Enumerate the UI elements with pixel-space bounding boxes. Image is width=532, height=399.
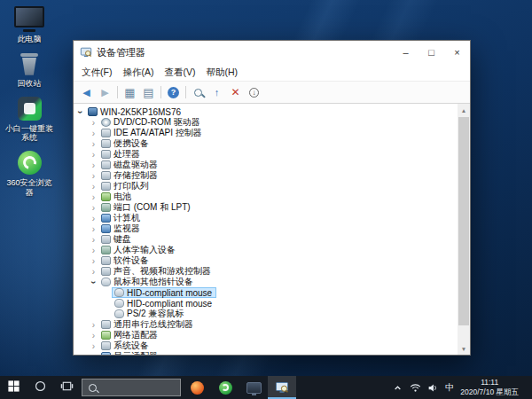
maximize-button[interactable]: □ xyxy=(419,41,444,64)
properties-icon[interactable]: ▤ xyxy=(139,84,158,101)
taskbar: 中 11:11 2020/7/10 星期五 xyxy=(0,376,532,399)
chevron-collapsed-icon[interactable]: › xyxy=(89,182,98,192)
tree-item-label: WIN-2K5KP16MS76 xyxy=(100,107,183,117)
battery-icon xyxy=(101,192,111,201)
chevron-collapsed-icon[interactable]: › xyxy=(89,150,98,160)
scroll-up-icon[interactable]: ▲ xyxy=(458,104,470,116)
minimize-button[interactable]: – xyxy=(393,41,419,64)
uninstall-device-icon[interactable]: ✕ xyxy=(226,84,245,101)
sound-controller-icon xyxy=(101,267,111,276)
recycle-bin-icon xyxy=(20,52,38,75)
disk-drive-icon xyxy=(101,160,111,169)
chevron-collapsed-icon[interactable]: › xyxy=(89,235,98,245)
start-icon xyxy=(7,379,20,396)
search-icon xyxy=(89,384,97,392)
system-tray: 中 11:11 2020/7/10 星期五 xyxy=(392,376,532,399)
ports-icon xyxy=(101,203,111,212)
chevron-collapsed-icon[interactable]: › xyxy=(89,320,98,330)
storage-controller-icon xyxy=(101,171,111,180)
menu-item-1[interactable]: 操作(A) xyxy=(117,66,159,79)
menu-item-0[interactable]: 文件(F) xyxy=(76,66,117,79)
chevron-collapsed-icon[interactable]: › xyxy=(89,331,98,340)
chevron-collapsed-icon[interactable]: › xyxy=(89,129,98,138)
forward-icon[interactable]: ▶ xyxy=(96,84,114,101)
scan-hardware-changes-icon[interactable] xyxy=(189,84,207,101)
chevron-collapsed-icon[interactable]: › xyxy=(89,192,98,202)
mouse-device-icon xyxy=(114,288,124,297)
chevron-collapsed-icon[interactable]: › xyxy=(89,203,98,213)
chevron-collapsed-icon[interactable]: › xyxy=(89,214,98,223)
cortana-search-button[interactable] xyxy=(27,376,53,399)
desktop-icon-recycle-bin[interactable]: 回收站 xyxy=(3,52,56,89)
back-icon[interactable]: ◀ xyxy=(77,84,96,101)
usb-controller-icon xyxy=(101,320,111,329)
update-driver-icon[interactable]: ↑ xyxy=(207,84,226,101)
chevron-collapsed-icon[interactable]: › xyxy=(89,224,98,234)
tree-item[interactable]: HID-compliant mouse xyxy=(74,287,458,298)
tree-item[interactable]: ›显示适配器 xyxy=(74,351,458,355)
device-manager-icon xyxy=(80,46,92,59)
taskbar-apps xyxy=(183,376,296,399)
chevron-collapsed-icon[interactable]: › xyxy=(89,256,98,266)
network-icon[interactable] xyxy=(410,382,421,394)
360-browser-icon xyxy=(219,381,232,395)
chevron-collapsed-icon[interactable]: › xyxy=(89,267,98,277)
chevron-collapsed-icon[interactable]: › xyxy=(89,352,98,356)
taskbar-app-device-manager[interactable] xyxy=(268,376,296,399)
tree-item[interactable]: ›鼠标和其他指针设备 xyxy=(74,277,458,287)
desktop-icon-label: 此电脑 xyxy=(18,35,42,44)
taskbar-app-360-search[interactable] xyxy=(183,376,211,399)
window-title: 设备管理器 xyxy=(97,46,393,59)
task-view-icon xyxy=(60,379,74,396)
scrollbar-thumb[interactable] xyxy=(458,117,469,325)
computer-category-icon xyxy=(101,214,111,223)
tray-expand-chevron-icon[interactable] xyxy=(392,382,403,394)
chevron-collapsed-icon[interactable]: › xyxy=(89,341,98,351)
360-browser-icon xyxy=(18,151,42,175)
desktop-icon-xiaobai-reinstall[interactable]: 小白一键重装系统 xyxy=(3,97,56,144)
chevron-collapsed-icon[interactable]: › xyxy=(89,160,98,170)
title-bar[interactable]: 设备管理器 –□× xyxy=(74,41,470,64)
this-pc-icon xyxy=(14,6,44,27)
taskbar-clock[interactable]: 11:11 2020/7/10 星期五 xyxy=(460,378,519,396)
keyboard-icon xyxy=(101,235,111,244)
tree-item-content: 显示适配器 xyxy=(98,351,162,355)
this-pc-icon xyxy=(246,382,262,394)
start-button[interactable] xyxy=(0,376,27,399)
device-manager-window: 设备管理器 –□× 文件(F)操作(A)查看(V)帮助(H) ◀▶▦▤?↑✕↓ … xyxy=(73,40,471,356)
scroll-down-icon[interactable]: ▼ xyxy=(458,342,470,355)
vertical-scrollbar[interactable]: ▲ ▼ xyxy=(458,104,470,355)
desktop-icon-360-browser[interactable]: 360安全浏览器 xyxy=(3,151,56,198)
hid-icon xyxy=(101,246,111,254)
toolbar-separator xyxy=(185,86,186,98)
help-icon[interactable]: ? xyxy=(168,87,179,98)
ide-controller-icon xyxy=(101,129,111,137)
chevron-collapsed-icon[interactable]: › xyxy=(89,246,98,255)
chevron-expanded-icon[interactable]: › xyxy=(89,278,98,287)
desktop-icons: 此电脑回收站小白一键重装系统360安全浏览器 xyxy=(3,6,56,206)
chevron-collapsed-icon[interactable]: › xyxy=(89,139,98,149)
tree-item-label: 显示适配器 xyxy=(113,350,160,355)
taskbar-app-this-pc[interactable] xyxy=(239,376,268,399)
chevron-collapsed-icon[interactable]: › xyxy=(89,171,98,181)
desktop-icon-this-pc[interactable]: 此电脑 xyxy=(3,6,56,44)
ime-indicator[interactable]: 中 xyxy=(445,381,454,394)
clock-time: 11:11 xyxy=(460,378,519,387)
show-console-tree-icon[interactable]: ▦ xyxy=(121,84,139,101)
tree-item-label: 鼠标和其他指针设备 xyxy=(113,276,195,288)
disable-device-icon[interactable]: ↓ xyxy=(245,84,263,101)
taskbar-search-box[interactable] xyxy=(82,379,181,396)
desktop: 此电脑回收站小白一键重装系统360安全浏览器 设备管理器 –□× 文件(F)操作… xyxy=(0,0,532,399)
tree-container: ›WIN-2K5KP16MS76›DVD/CD-ROM 驱动器›IDE ATA/… xyxy=(74,104,470,355)
volume-icon[interactable] xyxy=(427,382,439,394)
task-view-button[interactable] xyxy=(53,376,80,399)
chevron-collapsed-icon[interactable]: › xyxy=(89,118,98,128)
chevron-expanded-icon[interactable]: › xyxy=(75,107,85,117)
tree-item-label: HID-compliant mouse xyxy=(127,299,214,309)
close-button[interactable]: × xyxy=(444,41,470,64)
taskbar-app-360-browser[interactable] xyxy=(211,376,239,399)
menu-item-3[interactable]: 帮助(H) xyxy=(200,66,243,79)
toolbar-separator xyxy=(117,86,118,98)
system-device-icon xyxy=(101,341,111,350)
menu-item-2[interactable]: 查看(V) xyxy=(159,66,200,79)
